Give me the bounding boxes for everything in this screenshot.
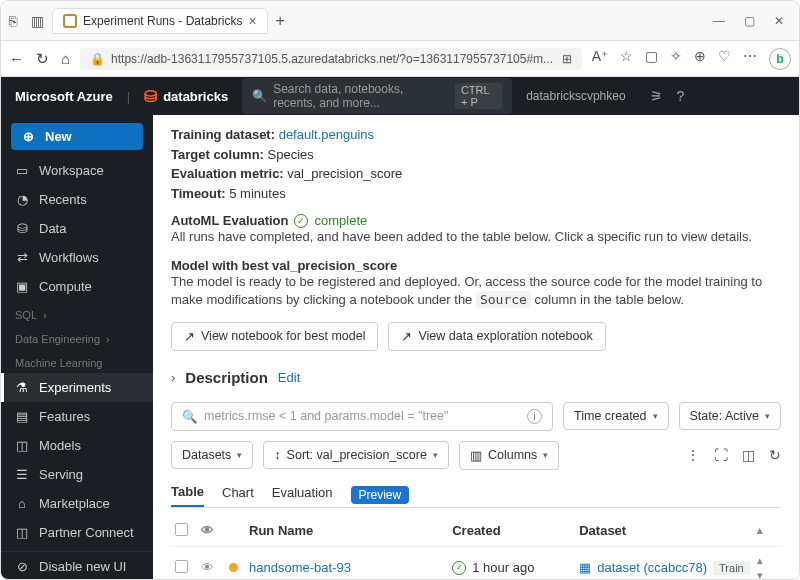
- search-icon: 🔍: [252, 89, 267, 103]
- sidebar-item-compute[interactable]: ▣Compute: [1, 272, 153, 301]
- clock-icon: ◔: [15, 192, 29, 207]
- sidebar-item-marketplace[interactable]: ⌂Marketplace: [1, 489, 153, 518]
- header-created[interactable]: Created: [452, 523, 579, 538]
- target-column-value: Species: [268, 147, 314, 162]
- fullscreen-icon[interactable]: ⛶: [714, 447, 728, 463]
- search-icon: 🔍: [182, 409, 198, 424]
- columns-icon: ▥: [470, 448, 482, 463]
- new-button[interactable]: ⊕ New: [11, 123, 143, 150]
- menu-icon[interactable]: ⋯: [743, 48, 757, 70]
- sidebar-item-serving[interactable]: ☰Serving: [1, 460, 153, 489]
- kebab-icon[interactable]: ⋮: [686, 447, 700, 463]
- eye-icon[interactable]: 👁: [201, 560, 214, 575]
- sidebar-item-models[interactable]: ◫Models: [1, 431, 153, 460]
- tab-table[interactable]: Table: [171, 484, 204, 507]
- description-label: Description: [185, 369, 268, 386]
- panel-icon[interactable]: ◫: [742, 447, 755, 463]
- columns-dropdown[interactable]: ▥Columns▾: [459, 441, 559, 470]
- training-dataset-label: Training dataset:: [171, 127, 275, 142]
- wellness-icon[interactable]: ♡: [718, 48, 731, 70]
- search-placeholder: Search data, notebooks, recents, and mor…: [273, 82, 449, 110]
- back-icon[interactable]: ←: [9, 50, 24, 68]
- toggle-icon: ⊘: [15, 559, 29, 574]
- browser-tab[interactable]: Experiment Runs - Databricks ×: [52, 8, 268, 34]
- datasets-dropdown[interactable]: Datasets▾: [171, 441, 253, 469]
- sidebar-item-workflows[interactable]: ⇄Workflows: [1, 243, 153, 272]
- folder-icon: ▭: [15, 163, 29, 178]
- databricks-logo[interactable]: ⛁ databricks: [144, 87, 228, 106]
- data-icon: ⛁: [15, 221, 29, 236]
- timeout-value: 5 minutes: [229, 186, 285, 201]
- sort-dropdown[interactable]: ↕Sort: val_precision_score▾: [263, 441, 449, 469]
- tab-evaluation[interactable]: Evaluation: [272, 485, 333, 506]
- created-time: 1 hour ago: [472, 560, 534, 575]
- address-bar[interactable]: 🔒 https://adb-1363117955737105.5.azureda…: [80, 48, 582, 70]
- training-dataset-link[interactable]: default.penguins: [279, 127, 374, 142]
- dataset-link[interactable]: dataset (ccabcc78): [597, 560, 707, 575]
- favorite-icon[interactable]: ☆: [620, 48, 633, 70]
- check-icon: ✓: [294, 214, 308, 228]
- filter-input[interactable]: 🔍 metrics.rmse < 1 and params.model = "t…: [171, 402, 553, 431]
- header-dataset[interactable]: Dataset: [579, 523, 757, 538]
- refresh-icon[interactable]: ↻: [36, 50, 49, 68]
- read-aloud-icon[interactable]: A⁺: [592, 48, 608, 70]
- header-run-name[interactable]: Run Name: [249, 523, 452, 538]
- bing-button[interactable]: b: [769, 48, 791, 70]
- eval-note: All runs have completed, and have been a…: [171, 228, 781, 246]
- select-all-checkbox[interactable]: [175, 523, 188, 536]
- best-model-title: Model with best val_precision_score: [171, 258, 781, 273]
- info-icon[interactable]: i: [527, 409, 542, 424]
- workspaces-icon[interactable]: ⎘: [9, 13, 17, 29]
- features-icon: ▤: [15, 409, 29, 424]
- extensions-icon[interactable]: ✧: [670, 48, 682, 70]
- collections-icon[interactable]: ▢: [645, 48, 658, 70]
- timeout-label: Timeout:: [171, 186, 226, 201]
- view-exploration-notebook-button[interactable]: ↗View data exploration notebook: [388, 322, 605, 351]
- sidebar-item-experiments[interactable]: ⚗Experiments: [1, 373, 153, 402]
- profile-icon[interactable]: ⊕: [694, 48, 706, 70]
- sidebar-item-features[interactable]: ▤Features: [1, 402, 153, 431]
- sidebar-item-recents[interactable]: ◔Recents: [1, 185, 153, 214]
- eye-icon[interactable]: 👁: [201, 523, 214, 538]
- section-sql[interactable]: SQL›: [1, 301, 153, 325]
- edit-description-link[interactable]: Edit: [278, 370, 300, 385]
- state-dropdown[interactable]: State: Active▾: [679, 402, 781, 430]
- new-tab-button[interactable]: +: [276, 12, 285, 30]
- run-name-link[interactable]: handsome-bat-93: [249, 560, 351, 575]
- maximize-icon[interactable]: ▢: [743, 15, 755, 27]
- dataset-icon: ▦: [579, 560, 591, 575]
- chevron-right-icon[interactable]: ›: [171, 370, 175, 385]
- close-window-icon[interactable]: ✕: [773, 15, 785, 27]
- preview-tag[interactable]: Preview: [351, 486, 410, 504]
- gift-icon[interactable]: ⚞: [650, 88, 663, 104]
- disable-new-ui[interactable]: ⊘Disable new UI: [1, 552, 153, 579]
- sidebar-item-workspace[interactable]: ▭Workspace: [1, 156, 153, 185]
- close-tab-icon[interactable]: ×: [248, 13, 256, 29]
- section-data-eng[interactable]: Data Engineering›: [1, 325, 153, 349]
- minimize-icon[interactable]: —: [713, 15, 725, 27]
- global-search[interactable]: 🔍 Search data, notebooks, recents, and m…: [242, 78, 512, 114]
- sidebar-toggle-icon[interactable]: ▥: [31, 13, 44, 29]
- table-row[interactable]: 👁handsome-bat-93✓1 hour ago▦dataset (cca…: [171, 547, 781, 579]
- platform-label: Microsoft Azure: [15, 89, 113, 104]
- flask-icon: ⚗: [15, 380, 29, 395]
- databricks-icon: ⛁: [144, 87, 157, 106]
- sidebar-item-data[interactable]: ⛁Data: [1, 214, 153, 243]
- train-tag: Train: [713, 561, 750, 575]
- sidebar-item-partner[interactable]: ◫Partner Connect: [1, 518, 153, 547]
- tab-chart[interactable]: Chart: [222, 485, 254, 506]
- row-checkbox[interactable]: [175, 560, 188, 573]
- view-best-notebook-button[interactable]: ↗View notebook for best model: [171, 322, 378, 351]
- time-created-dropdown[interactable]: Time created▾: [563, 402, 668, 430]
- sidebar: ⊕ New ▭Workspace ◔Recents ⛁Data ⇄Workflo…: [1, 115, 153, 579]
- open-icon: ↗: [184, 329, 195, 344]
- section-ml: Machine Learning: [1, 349, 153, 373]
- shopping-icon[interactable]: ⊞: [562, 52, 572, 66]
- workflow-icon: ⇄: [15, 250, 29, 265]
- refresh-runs-icon[interactable]: ↻: [769, 447, 781, 463]
- workspace-name[interactable]: databrickscvphkeo: [526, 89, 625, 103]
- sort-icon: ↕: [274, 448, 280, 462]
- home-icon[interactable]: ⌂: [61, 50, 70, 68]
- automl-eval-title: AutoML Evaluation: [171, 213, 288, 228]
- help-icon[interactable]: ?: [677, 88, 685, 104]
